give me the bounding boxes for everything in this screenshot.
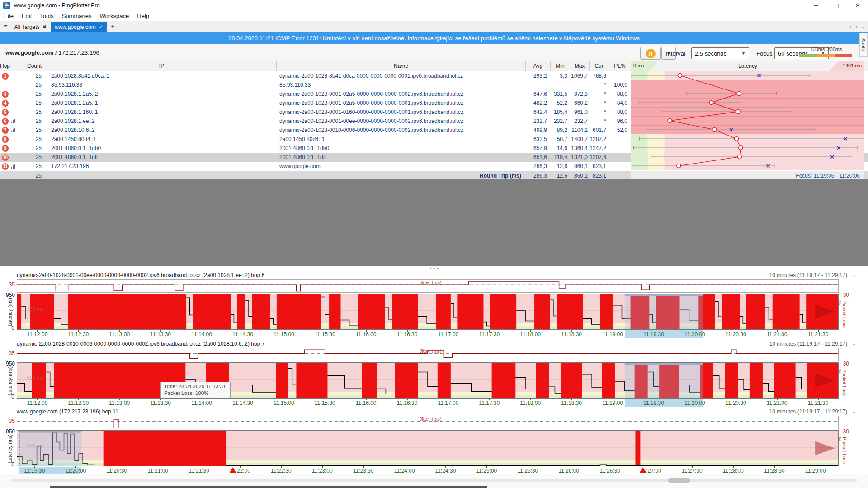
interval-select[interactable]: 2,5 seconds ▼ (691, 47, 749, 59)
cur-cell: * (590, 82, 609, 88)
time-label: 11:26:00 (558, 468, 579, 474)
hop-cell: 5 (0, 109, 22, 116)
column-header-cur[interactable]: Cur (590, 61, 609, 71)
max-cell: 872,8 (570, 91, 590, 97)
latency-plot[interactable]: 9500Latency (ms)30Packet Loss %500 ms (17, 294, 839, 330)
graph-time-range-selector[interactable]: 10 minutes (11:19:17 - 11:29:17) (769, 408, 847, 415)
time-label: 11:17:00 (438, 400, 459, 406)
count-cell: 25 (22, 91, 47, 97)
menu-item-tools[interactable]: Tools (36, 12, 57, 20)
cur-cell: * (590, 91, 609, 97)
time-label: 11:24:30 (435, 468, 456, 474)
alerts-side-tab[interactable]: Alerts (859, 33, 868, 57)
grid-500ms-label: 500 ms (27, 443, 43, 448)
round-trip-row: 25Round Trip (ms)286,312,6860,1823,1Focu… (0, 171, 868, 180)
latency-summary-graph[interactable] (631, 71, 864, 170)
count-cell: 25 (22, 127, 47, 133)
tooltip-loss: Packet Loss: 100% (164, 390, 227, 397)
graph-time-range-selector[interactable]: 10 minutes (11:19:17 - 11:29:17) (769, 341, 847, 347)
column-header-avg[interactable]: Avg (526, 61, 551, 71)
time-label: 11:15:00 (274, 331, 294, 338)
count-cell: 25 (22, 82, 47, 88)
graph-title: dynamic-2a00-1028-0010-0006-0000-0000-00… (17, 341, 264, 347)
cur-cell: 1247,2 (590, 145, 609, 151)
time-label: 11:29:00 (805, 468, 826, 474)
name-cell: www.google.com (277, 163, 526, 169)
hop-cell: 10 (0, 154, 22, 161)
timeline-graph-hop-6: dynamic-2a00-1028-0001-00ee-0000-0000-00… (0, 271, 868, 339)
time-label: 11:20:00 (684, 331, 705, 338)
cur-cell: * (590, 109, 609, 115)
time-label: 11:15:00 (274, 400, 294, 406)
column-header-count[interactable]: Count (22, 61, 47, 71)
timeline-scrollbar-track[interactable] (11, 479, 857, 482)
chevron-down-icon: ▼ (741, 51, 745, 56)
chevron-down-icon[interactable]: ⌄ (852, 272, 856, 278)
menu-item-edit[interactable]: Edit (18, 12, 36, 20)
latency-plot[interactable]: 9500Latency (ms)30Packet Loss %500 ms (17, 430, 839, 466)
max-cell: 232,7 (570, 118, 590, 124)
timeline-scrollbar-handle[interactable] (668, 478, 690, 483)
pause-button[interactable] (640, 47, 661, 60)
name-cell: 2a00:1450:80d4::1 (277, 136, 526, 142)
cur-cell: * (590, 118, 609, 124)
tab-all-targets[interactable]: All Targets ✖ (10, 22, 51, 32)
count-cell: 25 (22, 73, 47, 79)
app-logo-icon (3, 2, 10, 9)
packet-loss-cell: 96,0 (609, 118, 631, 124)
ip-cell: 2a00:1028:1:2a5::1 (47, 100, 277, 106)
tab-www-google-com[interactable]: www.google.com ✓ (51, 22, 107, 32)
column-header-name[interactable]: Name (277, 61, 526, 71)
name-cell: dynamic-2a00-1028-0001-02a5-0000-0000-00… (277, 100, 526, 106)
time-label: 11:15:30 (315, 400, 335, 406)
column-header-ip[interactable]: IP (47, 61, 277, 71)
close-button[interactable]: ✕ (847, 0, 868, 11)
time-axis: 11:12:0011:12:3011:13:0011:13:3011:14:00… (17, 399, 839, 407)
column-header-hop[interactable]: Hop (0, 61, 22, 71)
column-header-pl[interactable]: PL% (609, 61, 631, 71)
time-label: 11:19:00 (602, 331, 623, 338)
latency-plot[interactable]: 9500Latency (ms)30Packet Loss %500 ms (17, 362, 839, 399)
hop-cell: 6 (0, 118, 22, 125)
min-cell: 232,7 (551, 118, 570, 124)
graph-time-range-selector[interactable]: 10 minutes (11:19:17 - 11:29:17) (769, 272, 847, 278)
avg-cell: 651,6 (526, 154, 551, 160)
maximize-button[interactable]: ▢ (826, 0, 847, 11)
time-label: 11:23:00 (312, 468, 333, 474)
icmp-error-banner: 28.04.2020 11:21 ICMP Error 1231: Umístě… (0, 32, 868, 44)
chevron-down-icon[interactable]: ⌄ (852, 408, 856, 414)
menu-item-file[interactable]: File (0, 12, 18, 20)
packet-loss-axis-max: 30 (843, 292, 849, 298)
menu-item-summaries[interactable]: Summaries (58, 12, 96, 20)
tab-close-icon[interactable]: ✖ (43, 24, 47, 29)
column-header-max[interactable]: Max (570, 61, 590, 71)
tab-scroll-left-icon[interactable]: ‹ (850, 23, 852, 30)
tab-scroll-right-icon[interactable]: › (855, 23, 857, 30)
hop-cell: 7 (0, 127, 22, 134)
time-label: 11:14:30 (232, 400, 253, 406)
legend-label: 200ms (827, 47, 842, 52)
ip-cell: 172.217.23.196 (47, 163, 277, 169)
tab-list-icon[interactable]: ⌄ (861, 23, 865, 30)
legend-segment (817, 54, 835, 57)
latency-legend-bar (799, 54, 852, 57)
menu-item-help[interactable]: Help (133, 12, 153, 20)
cur-cell: * (590, 100, 609, 106)
hop-number-badge: 6 (2, 118, 9, 125)
packet-loss-cell: 88,0 (609, 91, 631, 97)
menu-item-workspace[interactable]: Workspace (95, 12, 133, 20)
column-header-min[interactable]: Min (551, 61, 570, 71)
time-label: 11:14:00 (191, 331, 212, 338)
targets-menu-icon[interactable]: ≡ (4, 23, 8, 30)
min-cell: 119,4 (551, 154, 570, 160)
avg-cell: 657,9 (526, 145, 551, 151)
new-tab-button[interactable]: + (111, 23, 115, 30)
packet-loss-cell: 52,0 (609, 127, 631, 133)
splitter-handle[interactable] (0, 266, 868, 271)
jitter-axis-max: 35 (4, 282, 15, 288)
chevron-down-icon[interactable]: ⌄ (852, 341, 856, 347)
max-cell: 1321,0 (570, 154, 590, 160)
avg-cell: 286,3 (526, 163, 551, 169)
minimize-button[interactable]: ─ (806, 0, 826, 11)
hop-number-badge: 4 (2, 100, 9, 107)
